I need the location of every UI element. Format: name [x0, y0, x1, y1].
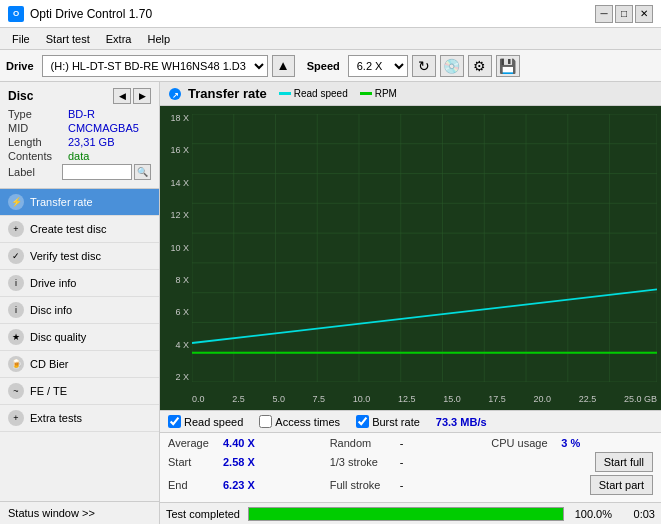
- y-label-6x: 6 X: [175, 308, 189, 317]
- disc-mid-key: MID: [8, 122, 68, 134]
- nav-drive-info-label: Drive info: [30, 277, 76, 289]
- menu-bar: File Start test Extra Help: [0, 28, 661, 50]
- x-label-2.5: 2.5: [232, 394, 245, 404]
- y-axis-labels: 18 X 16 X 14 X 12 X 10 X 8 X 6 X 4 X 2 X: [160, 114, 192, 382]
- fe-te-icon: ~: [8, 383, 24, 399]
- nav-disc-info[interactable]: i Disc info: [0, 297, 159, 324]
- y-label-12x: 12 X: [170, 211, 189, 220]
- eject-button[interactable]: ▲: [272, 55, 295, 77]
- end-label: End: [168, 479, 223, 491]
- disc-section: Disc ◀ ▶ Type BD-R MID CMCMAGBA5 Length …: [0, 82, 159, 189]
- nav-disc-quality-label: Disc quality: [30, 331, 86, 343]
- nav-extra-tests[interactable]: + Extra tests: [0, 405, 159, 432]
- start-label: Start: [168, 456, 223, 468]
- progress-percent: 100.0%: [572, 508, 612, 520]
- nav-transfer-rate[interactable]: ⚡ Transfer rate: [0, 189, 159, 216]
- title-bar: O Opti Drive Control 1.70 ─ □ ✕: [0, 0, 661, 28]
- access-times-check-label[interactable]: Access times: [259, 415, 340, 428]
- x-label-0: 0.0: [192, 394, 205, 404]
- time-value: 0:03: [620, 508, 655, 520]
- x-label-12.5: 12.5: [398, 394, 416, 404]
- legend-read-speed-color: [279, 92, 291, 95]
- disc-contents-key: Contents: [8, 150, 68, 162]
- nav-disc-quality[interactable]: ★ Disc quality: [0, 324, 159, 351]
- label-browse-button[interactable]: 🔍: [134, 164, 151, 180]
- drive-select[interactable]: (H:) HL-DT-ST BD-RE WH16NS48 1.D3: [42, 55, 268, 77]
- content-area: ↗ Transfer rate Read speed RPM 18 X 16 X: [160, 82, 661, 524]
- nav-drive-info[interactable]: i Drive info: [0, 270, 159, 297]
- disc-type-val: BD-R: [68, 108, 95, 120]
- fullstroke-label: Full stroke: [330, 479, 400, 491]
- toolbar: Drive (H:) HL-DT-ST BD-RE WH16NS48 1.D3 …: [0, 50, 661, 82]
- chart-svg: [192, 114, 657, 382]
- nav-create-test-disc[interactable]: + Create test disc: [0, 216, 159, 243]
- average-val: 4.40 X: [223, 437, 263, 449]
- nav-transfer-rate-label: Transfer rate: [30, 196, 93, 208]
- nav-verify-test-disc[interactable]: ✓ Verify test disc: [0, 243, 159, 270]
- settings-button[interactable]: ⚙: [468, 55, 492, 77]
- close-button[interactable]: ✕: [635, 5, 653, 23]
- minimize-button[interactable]: ─: [595, 5, 613, 23]
- x-label-25.0: 25.0 GB: [624, 394, 657, 404]
- drive-info-icon: i: [8, 275, 24, 291]
- refresh-button[interactable]: ↻: [412, 55, 436, 77]
- speed-label: Speed: [307, 60, 340, 72]
- nav-disc-info-label: Disc info: [30, 304, 72, 316]
- extra-tests-icon: +: [8, 410, 24, 426]
- disc-icon-btn-1[interactable]: ◀: [113, 88, 131, 104]
- chart-title: Transfer rate: [188, 86, 267, 101]
- read-speed-check-label[interactable]: Read speed: [168, 415, 243, 428]
- menu-start-test[interactable]: Start test: [38, 31, 98, 47]
- progress-bar-fill: [249, 508, 563, 520]
- legend-rpm-label: RPM: [375, 88, 397, 99]
- start-part-button[interactable]: Start part: [590, 475, 653, 495]
- app-title: Opti Drive Control 1.70: [30, 7, 152, 21]
- stat-fullstroke: Full stroke -: [330, 479, 492, 491]
- disc-length-val: 23,31 GB: [68, 136, 114, 148]
- stat-end: End 6.23 X: [168, 479, 330, 491]
- left-panel: Disc ◀ ▶ Type BD-R MID CMCMAGBA5 Length …: [0, 82, 160, 524]
- nav-fe-te-label: FE / TE: [30, 385, 67, 397]
- status-window-button[interactable]: Status window >>: [0, 502, 159, 524]
- disc-mid-row: MID CMCMAGBA5: [8, 122, 151, 134]
- label-input[interactable]: [62, 164, 132, 180]
- menu-help[interactable]: Help: [139, 31, 178, 47]
- disc-button[interactable]: 💿: [440, 55, 464, 77]
- cpu-val: 3 %: [561, 437, 591, 449]
- create-test-disc-icon: +: [8, 221, 24, 237]
- nav-cd-bier[interactable]: 🍺 CD Bier: [0, 351, 159, 378]
- disc-mid-val: CMCMAGBA5: [68, 122, 139, 134]
- access-times-checkbox[interactable]: [259, 415, 272, 428]
- burst-rate-value: 73.3 MB/s: [436, 416, 487, 428]
- x-label-22.5: 22.5: [579, 394, 597, 404]
- stat-start: Start 2.58 X: [168, 456, 330, 468]
- menu-extra[interactable]: Extra: [98, 31, 140, 47]
- menu-file[interactable]: File: [4, 31, 38, 47]
- random-label: Random: [330, 437, 400, 449]
- onethird-label: 1/3 stroke: [330, 456, 400, 468]
- read-speed-checkbox[interactable]: [168, 415, 181, 428]
- average-label: Average: [168, 437, 223, 449]
- disc-contents-row: Contents data: [8, 150, 151, 162]
- save-button[interactable]: 💾: [496, 55, 520, 77]
- x-label-10.0: 10.0: [353, 394, 371, 404]
- maximize-button[interactable]: □: [615, 5, 633, 23]
- stats-row-3: End 6.23 X Full stroke - Start part: [168, 475, 653, 495]
- status-text: Test completed: [166, 508, 240, 520]
- disc-label: Disc: [8, 89, 33, 103]
- legend-rpm-color: [360, 92, 372, 95]
- legend-rpm: RPM: [360, 88, 397, 99]
- y-label-16x: 16 X: [170, 146, 189, 155]
- x-label-17.5: 17.5: [488, 394, 506, 404]
- start-val: 2.58 X: [223, 456, 263, 468]
- nav-fe-te[interactable]: ~ FE / TE: [0, 378, 159, 405]
- burst-rate-check-label[interactable]: Burst rate: [356, 415, 420, 428]
- disc-icon-btn-2[interactable]: ▶: [133, 88, 151, 104]
- speed-select[interactable]: 6.2 X: [348, 55, 408, 77]
- y-label-8x: 8 X: [175, 276, 189, 285]
- stats-row-2: Start 2.58 X 1/3 stroke - Start full: [168, 452, 653, 472]
- access-times-check-text: Access times: [275, 416, 340, 428]
- start-full-button[interactable]: Start full: [595, 452, 653, 472]
- burst-rate-checkbox[interactable]: [356, 415, 369, 428]
- transfer-rate-icon: ⚡: [8, 194, 24, 210]
